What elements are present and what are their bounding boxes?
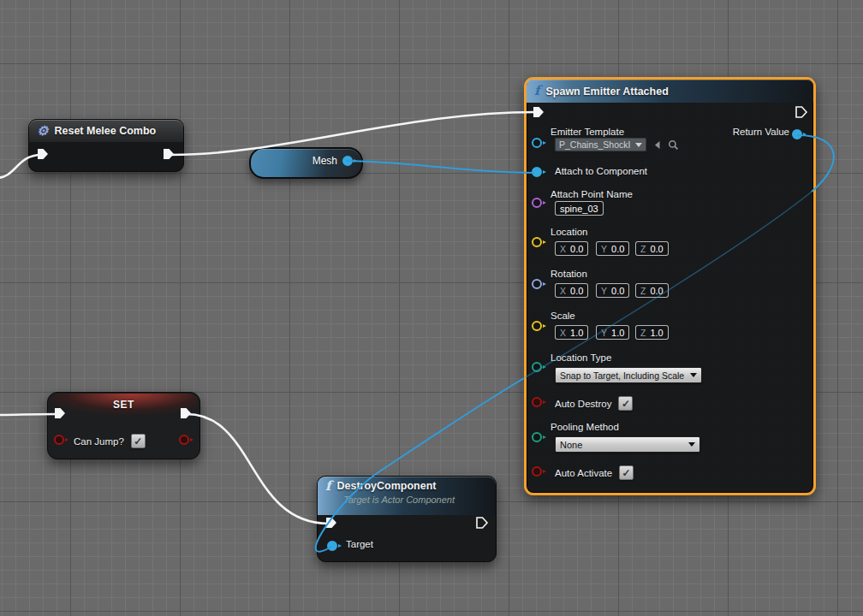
target-input-pin[interactable] xyxy=(327,541,337,551)
auto-activate-pin[interactable] xyxy=(532,466,542,477)
emitter-template-dropdown[interactable]: P_Chains_ShockI xyxy=(555,138,646,151)
auto-activate-checkbox[interactable] xyxy=(619,465,634,480)
gear-icon: ⚙ xyxy=(37,125,48,138)
auto-destroy-pin[interactable] xyxy=(532,397,542,407)
node-set-can-jump[interactable]: SET Can Jump? xyxy=(47,392,200,459)
location-type-label: Location Type xyxy=(551,352,611,363)
return-value-pin[interactable] xyxy=(792,129,802,139)
exec-out-pin[interactable] xyxy=(795,105,808,119)
exec-out-pin[interactable] xyxy=(179,406,193,420)
can-jump-output-pin[interactable] xyxy=(179,435,189,445)
auto-destroy-label: Auto Destroy xyxy=(555,399,611,409)
node-destroy-component[interactable]: f DestroyComponent Target is Actor Compo… xyxy=(317,476,497,562)
wire-set-to-destroy xyxy=(187,414,329,524)
caret-down-icon xyxy=(690,373,697,377)
caret-down-icon xyxy=(688,442,695,447)
pooling-method-label: Pooling Method xyxy=(551,422,619,432)
function-icon: f xyxy=(325,480,330,493)
scale-label: Scale xyxy=(551,311,575,321)
scale-y-input[interactable]: Y1.0 xyxy=(596,325,629,340)
return-value-label: Return Value xyxy=(733,127,789,137)
pin-label: Target xyxy=(346,539,373,549)
can-jump-input-pin[interactable] xyxy=(54,435,64,445)
location-type-dropdown[interactable]: Snap to Target, Including Scale xyxy=(555,367,702,383)
exec-in-pin[interactable] xyxy=(53,406,67,420)
caret-down-icon xyxy=(635,143,642,147)
rotation-label: Rotation xyxy=(551,269,587,279)
scale-pin[interactable] xyxy=(532,321,542,331)
location-x-input[interactable]: X0.0 xyxy=(555,241,588,256)
exec-in-pin[interactable] xyxy=(36,147,50,161)
variable-label: Mesh xyxy=(312,155,337,167)
auto-activate-label: Auto Activate xyxy=(555,468,612,478)
wire-mesh-to-attach xyxy=(346,161,534,173)
attach-point-name-pin[interactable] xyxy=(532,198,542,208)
node-reset-melee-combo[interactable]: ⚙ Reset Melee Combo xyxy=(28,119,184,172)
node-header[interactable]: f Spawn Emitter Attached xyxy=(527,80,813,103)
attach-point-name-input[interactable]: spine_03 xyxy=(555,201,604,216)
location-type-pin[interactable] xyxy=(532,362,542,372)
use-selected-arrow-icon[interactable] xyxy=(652,139,663,151)
node-spawn-emitter-attached[interactable]: f Spawn Emitter Attached Emitter Templat… xyxy=(524,77,816,495)
auto-destroy-checkbox[interactable] xyxy=(618,396,633,411)
exec-in-pin[interactable] xyxy=(324,516,338,530)
scale-z-input[interactable]: Z1.0 xyxy=(635,325,669,340)
node-header[interactable]: ⚙ Reset Melee Combo xyxy=(29,120,183,142)
location-pin[interactable] xyxy=(532,237,542,247)
mesh-output-pin[interactable] xyxy=(342,156,353,166)
attach-point-name-label: Attach Point Name xyxy=(551,189,633,199)
pooling-method-pin[interactable] xyxy=(532,432,542,442)
rotation-pin[interactable] xyxy=(532,279,542,289)
browse-magnifier-icon[interactable] xyxy=(668,139,679,151)
location-label: Location xyxy=(551,227,587,237)
rotation-x-input[interactable]: X0.0 xyxy=(555,283,588,298)
blueprint-graph-canvas[interactable]: ⚙ Reset Melee Combo Mesh SET Can Jump? f… xyxy=(0,0,863,616)
attach-to-component-label: Attach to Component xyxy=(555,166,647,176)
node-title: Spawn Emitter Attached xyxy=(545,86,668,98)
location-z-input[interactable]: Z0.0 xyxy=(635,241,669,256)
node-title: Reset Melee Combo xyxy=(54,125,156,137)
rotation-z-input[interactable]: Z0.0 xyxy=(635,283,669,298)
node-title: DestroyComponent xyxy=(336,480,436,492)
pooling-method-dropdown[interactable]: None xyxy=(555,436,700,453)
pin-label: Can Jump? xyxy=(74,436,124,447)
node-subtitle: Target is Actor Component xyxy=(343,495,455,505)
location-y-input[interactable]: Y0.0 xyxy=(596,241,629,256)
node-title: SET xyxy=(48,399,199,411)
node-get-mesh[interactable]: Mesh xyxy=(249,147,363,179)
emitter-template-pin[interactable] xyxy=(532,138,542,148)
exec-out-pin[interactable] xyxy=(162,147,176,161)
scale-x-input[interactable]: X1.0 xyxy=(555,325,588,340)
exec-out-pin[interactable] xyxy=(475,516,489,530)
rotation-y-input[interactable]: Y0.0 xyxy=(596,283,629,298)
can-jump-checkbox[interactable] xyxy=(131,434,146,448)
attach-to-component-pin[interactable] xyxy=(532,167,542,177)
function-icon: f xyxy=(534,85,539,98)
exec-in-pin[interactable] xyxy=(532,105,545,119)
emitter-template-label: Emitter Template xyxy=(551,127,624,137)
